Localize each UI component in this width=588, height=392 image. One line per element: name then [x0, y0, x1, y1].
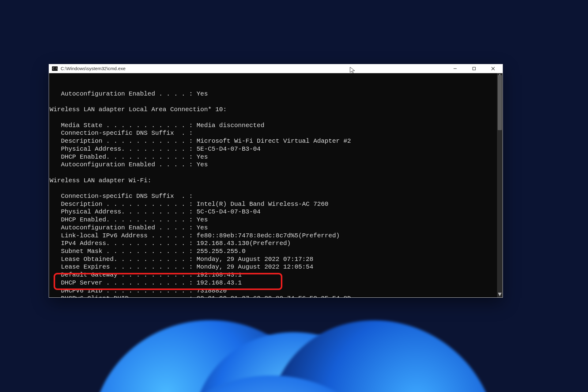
console-output[interactable]: Autoconfiguration Enabled . . . . : Yes …	[49, 73, 503, 297]
console-line: Connection-specific DNS Suffix . :	[50, 129, 503, 137]
close-button[interactable]	[484, 64, 503, 73]
console-line: IPv4 Address. . . . . . . . . . . : 192.…	[50, 239, 503, 247]
console-line	[50, 169, 503, 177]
console-line: Autoconfiguration Enabled . . . . : Yes	[50, 90, 503, 98]
console-line: Link-local IPv6 Address . . . . . : fe80…	[50, 232, 503, 240]
console-line: Connection-specific DNS Suffix . :	[50, 192, 503, 200]
window-title: C:\Windows\system32\cmd.exe	[61, 66, 126, 71]
cmd-icon: C:\_	[51, 66, 58, 71]
console-line: Physical Address. . . . . . . . . : 5C-C…	[50, 208, 503, 216]
window-controls	[446, 64, 503, 73]
scrollbar-thumb[interactable]	[498, 75, 502, 130]
minimize-button[interactable]	[446, 64, 465, 73]
console-line: Media State . . . . . . . . . . . : Medi…	[50, 122, 503, 130]
maximize-button[interactable]	[465, 64, 484, 73]
cmd-window[interactable]: C:\_ C:\Windows\system32\cmd.exe Autocon…	[49, 64, 503, 298]
scroll-down-icon[interactable]: ▼	[497, 292, 503, 297]
console-line: DHCP Enabled. . . . . . . . . . . : Yes	[50, 153, 503, 161]
svg-rect-3	[473, 67, 476, 70]
console-line: Description . . . . . . . . . . . : Inte…	[50, 200, 503, 208]
console-line	[50, 114, 503, 122]
console-line: Description . . . . . . . . . . . : Micr…	[50, 137, 503, 145]
titlebar[interactable]: C:\_ C:\Windows\system32\cmd.exe	[49, 64, 503, 73]
console-line: DHCPv6 IAID . . . . . . . . . . . : 7318…	[50, 287, 503, 295]
console-line: Autoconfiguration Enabled . . . . : Yes	[50, 161, 503, 169]
svg-text:C:\_: C:\_	[53, 67, 58, 70]
console-line: Lease Obtained. . . . . . . . . . : Mond…	[50, 255, 503, 263]
console-line: Subnet Mask . . . . . . . . . . . : 255.…	[50, 247, 503, 255]
console-line: Autoconfiguration Enabled . . . . : Yes	[50, 224, 503, 232]
console-line: Wireless LAN adapter Local Area Connecti…	[50, 106, 503, 114]
console-line: Wireless LAN adapter Wi-Fi:	[50, 177, 503, 185]
console-line: DHCPv6 Client DUID. . . . . . . . : 00-0…	[50, 295, 503, 297]
console-line: DHCP Server . . . . . . . . . . . : 192.…	[50, 279, 503, 287]
console-line: Lease Expires . . . . . . . . . . : Mond…	[50, 263, 503, 271]
console-line: Default Gateway . . . . . . . . . : 192.…	[50, 271, 503, 279]
console-line: Physical Address. . . . . . . . . : 5E-C…	[50, 145, 503, 153]
console-line	[50, 98, 503, 106]
console-line	[50, 184, 503, 192]
console-line: DHCP Enabled. . . . . . . . . . . : Yes	[50, 216, 503, 224]
vertical-scrollbar[interactable]: ▲ ▼	[497, 73, 503, 297]
